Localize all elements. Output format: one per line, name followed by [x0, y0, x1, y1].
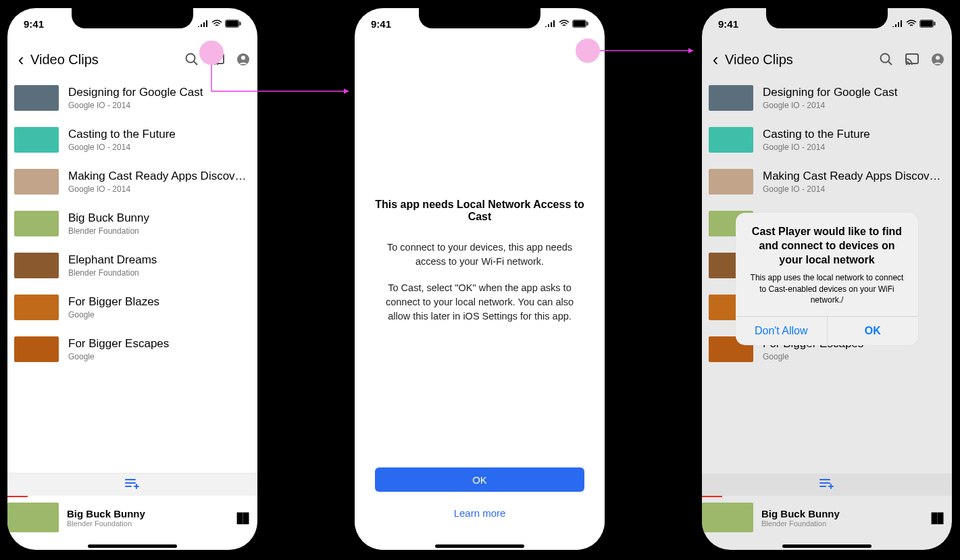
video-row[interactable]: Designing for Google CastGoogle IO - 201…	[7, 77, 257, 119]
page-title: Video Clips	[725, 52, 879, 68]
video-sub: Blender Foundation	[68, 226, 248, 236]
video-title: For Bigger Blazes	[68, 295, 248, 309]
status-icons	[197, 20, 241, 28]
video-row[interactable]: Casting to the FutureGoogle IO - 2014	[702, 119, 952, 161]
battery-icon	[919, 20, 936, 28]
now-playing-bar[interactable]: Big Buck Bunny Blender Foundation ▮▮	[702, 496, 952, 539]
video-thumb	[14, 295, 59, 320]
queue-bar[interactable]	[7, 473, 257, 496]
alert-ok-button[interactable]: OK	[827, 317, 919, 345]
video-thumb	[14, 211, 59, 236]
video-title: For Bigger Escapes	[68, 337, 248, 351]
cellular-icon	[197, 20, 209, 28]
svg-rect-3	[239, 22, 241, 25]
profile-icon[interactable]	[930, 52, 945, 67]
video-thumb	[14, 253, 59, 278]
video-row[interactable]: Designing for Google CastGoogle IO - 201…	[702, 77, 952, 119]
video-title: Designing for Google Cast	[763, 86, 942, 99]
video-sub: Google	[68, 310, 248, 320]
alert-body: This app uses the local network to conne…	[747, 272, 907, 305]
video-sub: Google IO - 2014	[763, 184, 942, 194]
now-playing-sub: Blender Foundation	[761, 519, 840, 528]
video-title: Big Buck Bunny	[68, 211, 248, 225]
progress-indicator	[7, 496, 28, 497]
status-icons	[545, 20, 588, 28]
cellular-icon	[892, 20, 903, 28]
search-icon[interactable]	[879, 52, 894, 67]
svg-marker-1	[688, 48, 693, 53]
back-icon[interactable]: ‹	[11, 51, 30, 68]
local-network-info: This app needs Local Network Access to C…	[355, 39, 605, 550]
video-thumb	[14, 169, 59, 195]
pause-icon[interactable]: ▮▮	[236, 509, 248, 526]
info-paragraph-1: To connect to your devices, this app nee…	[375, 240, 584, 269]
alert-title: Cast Player would like to find and conne…	[747, 225, 907, 267]
back-icon[interactable]: ‹	[706, 51, 725, 68]
playlist-add-icon	[819, 478, 834, 492]
top-bar: ‹ Video Clips	[702, 45, 952, 74]
video-sub: Google	[763, 352, 942, 361]
svg-rect-2	[226, 20, 238, 27]
battery-icon	[572, 20, 588, 28]
status-time: 9:41	[24, 18, 44, 30]
now-playing-thumb	[7, 503, 59, 532]
video-row[interactable]: Making Cast Ready Apps Discover...Google…	[7, 161, 257, 203]
ios-permission-alert: Cast Player would like to find and conne…	[736, 213, 918, 345]
svg-point-4	[186, 54, 195, 63]
video-row[interactable]: Big Buck BunnyBlender Foundation	[7, 203, 257, 245]
profile-icon[interactable]	[236, 52, 251, 67]
video-thumb	[14, 127, 59, 153]
video-sub: Blender Foundation	[68, 268, 248, 278]
video-row[interactable]: For Bigger BlazesGoogle	[7, 286, 257, 328]
now-playing-title: Big Buck Bunny	[761, 508, 840, 519]
video-sub: Google IO - 2014	[763, 101, 942, 110]
svg-rect-10	[586, 22, 588, 25]
home-indicator[interactable]	[782, 544, 871, 548]
now-playing-thumb	[702, 503, 753, 532]
ok-button[interactable]: OK	[375, 467, 584, 492]
info-title: This app needs Local Network Access to C…	[375, 199, 584, 223]
video-thumb	[14, 336, 59, 362]
wifi-icon	[211, 20, 222, 28]
battery-icon	[225, 20, 241, 28]
now-playing-sub: Blender Foundation	[67, 519, 145, 528]
video-title: Making Cast Ready Apps Discover...	[763, 170, 942, 183]
svg-marker-0	[344, 88, 349, 94]
status-time: 9:41	[718, 18, 738, 30]
status-time: 9:41	[371, 18, 391, 30]
svg-rect-11	[920, 20, 933, 27]
alert-deny-button[interactable]: Don't Allow	[736, 317, 827, 345]
video-title: Making Cast Ready Apps Discover...	[68, 170, 248, 183]
video-title: Casting to the Future	[68, 128, 248, 141]
svg-point-17	[936, 56, 940, 60]
cast-icon[interactable]	[905, 52, 919, 67]
video-sub: Google IO - 2014	[68, 184, 248, 194]
video-row[interactable]: For Bigger EscapesGoogle	[7, 328, 257, 370]
home-indicator[interactable]	[435, 544, 524, 548]
svg-rect-12	[934, 22, 935, 25]
video-row[interactable]: Elephant DreamsBlender Foundation	[7, 245, 257, 286]
now-playing-title: Big Buck Bunny	[67, 508, 145, 519]
home-indicator[interactable]	[88, 544, 177, 548]
search-icon[interactable]	[184, 52, 199, 67]
wifi-icon	[559, 20, 570, 28]
video-row[interactable]: Making Cast Ready Apps Discover...Google…	[702, 161, 952, 203]
video-thumb	[709, 127, 753, 153]
video-sub: Google IO - 2014	[763, 143, 942, 152]
progress-indicator	[702, 496, 722, 497]
now-playing-bar[interactable]: Big Buck Bunny Blender Foundation ▮▮	[7, 496, 257, 539]
svg-point-13	[881, 54, 890, 63]
learn-more-link[interactable]: Learn more	[355, 507, 605, 519]
svg-point-15	[906, 63, 908, 66]
video-thumb	[14, 85, 59, 111]
svg-rect-9	[573, 20, 586, 27]
status-icons	[892, 20, 936, 28]
video-sub: Google IO - 2014	[68, 143, 248, 152]
svg-point-8	[241, 56, 245, 60]
video-title: Casting to the Future	[763, 128, 942, 141]
pause-icon[interactable]: ▮▮	[930, 509, 942, 526]
video-row[interactable]: Casting to the FutureGoogle IO - 2014	[7, 119, 257, 161]
video-thumb	[709, 169, 753, 195]
video-title: Designing for Google Cast	[68, 86, 248, 99]
queue-bar[interactable]	[702, 473, 952, 496]
